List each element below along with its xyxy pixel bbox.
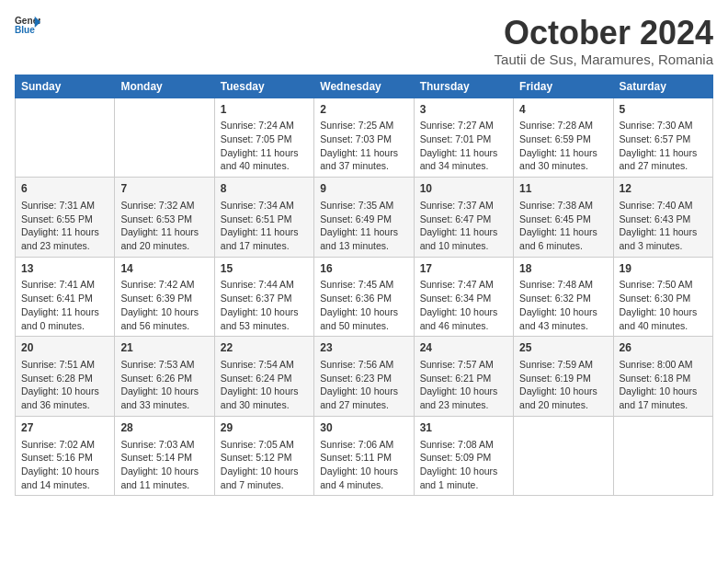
day-number: 8 xyxy=(221,181,308,197)
day-number: 19 xyxy=(620,261,707,277)
calendar-cell xyxy=(514,416,613,496)
day-info: Daylight: 10 hours and 1 minute. xyxy=(420,465,507,491)
day-number: 29 xyxy=(221,420,308,436)
day-number: 28 xyxy=(120,420,208,436)
calendar-cell: 31Sunrise: 7:08 AMSunset: 5:09 PMDayligh… xyxy=(414,416,513,496)
calendar-cell: 26Sunrise: 8:00 AMSunset: 6:18 PMDayligh… xyxy=(613,337,712,417)
weekday-header-friday: Friday xyxy=(514,75,613,98)
day-info: Sunset: 6:53 PM xyxy=(120,213,208,226)
title-block: October 2024 Tautii de Sus, Maramures, R… xyxy=(495,15,713,67)
day-info: Sunset: 6:24 PM xyxy=(221,372,308,385)
day-info: Sunset: 5:12 PM xyxy=(221,451,308,465)
day-number: 30 xyxy=(320,420,407,436)
day-info: Sunset: 6:47 PM xyxy=(420,213,507,226)
day-info: Daylight: 11 hours and 3 minutes. xyxy=(620,225,707,252)
day-info: Daylight: 10 hours and 30 minutes. xyxy=(221,385,308,411)
weekday-header-monday: Monday xyxy=(115,75,214,98)
day-info: Sunrise: 7:54 AM xyxy=(221,358,308,372)
day-info: Sunrise: 7:06 AM xyxy=(320,438,407,452)
day-info: Sunrise: 7:56 AM xyxy=(320,358,407,372)
day-number: 7 xyxy=(120,181,208,197)
day-info: Daylight: 11 hours and 6 minutes. xyxy=(519,225,607,252)
week-row-2: 6Sunrise: 7:31 AMSunset: 6:55 PMDaylight… xyxy=(16,178,713,258)
calendar-cell xyxy=(16,98,115,178)
logo-icon: General Blue xyxy=(15,15,40,35)
day-info: Sunset: 5:11 PM xyxy=(320,451,407,465)
day-info: Daylight: 10 hours and 7 minutes. xyxy=(221,465,308,491)
day-info: Daylight: 10 hours and 14 minutes. xyxy=(21,465,108,491)
day-info: Sunrise: 7:27 AM xyxy=(420,119,507,132)
day-info: Sunrise: 7:24 AM xyxy=(221,119,308,132)
calendar-cell: 17Sunrise: 7:47 AMSunset: 6:34 PMDayligh… xyxy=(414,257,513,337)
day-number: 5 xyxy=(620,102,707,118)
day-info: Sunrise: 7:35 AM xyxy=(320,199,407,213)
day-number: 25 xyxy=(519,340,607,356)
calendar-table: SundayMondayTuesdayWednesdayThursdayFrid… xyxy=(15,75,713,497)
day-info: Sunset: 6:36 PM xyxy=(320,292,407,305)
day-info: Sunrise: 7:57 AM xyxy=(420,358,507,372)
calendar-cell xyxy=(115,98,214,178)
day-number: 26 xyxy=(620,340,707,356)
day-info: Sunrise: 7:53 AM xyxy=(120,358,208,372)
day-info: Sunset: 6:37 PM xyxy=(221,292,308,305)
day-number: 13 xyxy=(21,261,108,277)
day-info: Daylight: 11 hours and 30 minutes. xyxy=(519,146,607,173)
day-info: Daylight: 11 hours and 17 minutes. xyxy=(221,225,308,252)
weekday-header-thursday: Thursday xyxy=(414,75,513,98)
day-number: 14 xyxy=(120,261,208,277)
calendar-cell: 3Sunrise: 7:27 AMSunset: 7:01 PMDaylight… xyxy=(414,98,513,178)
day-info: Sunrise: 7:28 AM xyxy=(519,119,607,132)
day-info: Daylight: 11 hours and 34 minutes. xyxy=(420,146,507,173)
day-info: Sunrise: 7:42 AM xyxy=(120,278,208,292)
day-info: Sunset: 6:30 PM xyxy=(620,292,707,305)
day-info: Daylight: 11 hours and 27 minutes. xyxy=(620,146,707,173)
day-info: Sunrise: 7:38 AM xyxy=(519,199,607,213)
day-info: Sunrise: 7:30 AM xyxy=(620,119,707,132)
day-info: Sunrise: 7:08 AM xyxy=(420,438,507,452)
day-info: Sunrise: 7:25 AM xyxy=(320,119,407,132)
day-info: Sunset: 6:34 PM xyxy=(420,292,507,305)
calendar-cell: 27Sunrise: 7:02 AMSunset: 5:16 PMDayligh… xyxy=(16,416,115,496)
day-info: Sunset: 5:09 PM xyxy=(420,451,507,465)
day-info: Sunset: 6:18 PM xyxy=(620,372,707,385)
day-info: Daylight: 11 hours and 0 minutes. xyxy=(21,305,108,332)
calendar-cell: 10Sunrise: 7:37 AMSunset: 6:47 PMDayligh… xyxy=(414,178,513,258)
day-number: 27 xyxy=(21,420,108,436)
day-info: Sunset: 6:51 PM xyxy=(221,213,308,226)
calendar-cell: 28Sunrise: 7:03 AMSunset: 5:14 PMDayligh… xyxy=(115,416,214,496)
day-info: Sunset: 7:03 PM xyxy=(320,132,407,146)
weekday-header-saturday: Saturday xyxy=(613,75,712,98)
day-info: Daylight: 10 hours and 40 minutes. xyxy=(620,305,707,332)
calendar-cell: 21Sunrise: 7:53 AMSunset: 6:26 PMDayligh… xyxy=(115,337,214,417)
calendar-cell: 23Sunrise: 7:56 AMSunset: 6:23 PMDayligh… xyxy=(314,337,414,417)
day-number: 2 xyxy=(320,102,407,118)
day-number: 15 xyxy=(221,261,308,277)
day-info: Sunset: 6:49 PM xyxy=(320,213,407,226)
day-info: Daylight: 10 hours and 56 minutes. xyxy=(120,305,208,332)
weekday-header-row: SundayMondayTuesdayWednesdayThursdayFrid… xyxy=(16,75,713,98)
day-number: 9 xyxy=(320,181,407,197)
day-number: 12 xyxy=(620,181,707,197)
day-info: Daylight: 10 hours and 53 minutes. xyxy=(221,305,308,332)
day-info: Sunset: 7:05 PM xyxy=(221,132,308,146)
location-title: Tautii de Sus, Maramures, Romania xyxy=(495,52,713,67)
calendar-cell: 7Sunrise: 7:32 AMSunset: 6:53 PMDaylight… xyxy=(115,178,214,258)
day-info: Sunrise: 7:44 AM xyxy=(221,278,308,292)
day-info: Sunset: 6:57 PM xyxy=(620,132,707,146)
weekday-header-wednesday: Wednesday xyxy=(314,75,414,98)
day-number: 17 xyxy=(420,261,507,277)
day-info: Daylight: 10 hours and 20 minutes. xyxy=(519,385,607,411)
day-info: Sunset: 6:41 PM xyxy=(21,292,108,305)
day-info: Daylight: 10 hours and 4 minutes. xyxy=(320,465,407,491)
day-info: Sunrise: 8:00 AM xyxy=(620,358,707,372)
day-info: Sunset: 6:55 PM xyxy=(21,213,108,226)
calendar-cell: 1Sunrise: 7:24 AMSunset: 7:05 PMDaylight… xyxy=(214,98,313,178)
day-number: 31 xyxy=(420,420,507,436)
day-info: Daylight: 10 hours and 50 minutes. xyxy=(320,305,407,332)
weekday-header-tuesday: Tuesday xyxy=(214,75,313,98)
day-info: Sunrise: 7:32 AM xyxy=(120,199,208,213)
week-row-3: 13Sunrise: 7:41 AMSunset: 6:41 PMDayligh… xyxy=(16,257,713,337)
day-info: Daylight: 10 hours and 36 minutes. xyxy=(21,385,108,411)
day-info: Daylight: 10 hours and 11 minutes. xyxy=(120,465,208,491)
day-info: Daylight: 11 hours and 20 minutes. xyxy=(120,225,208,252)
